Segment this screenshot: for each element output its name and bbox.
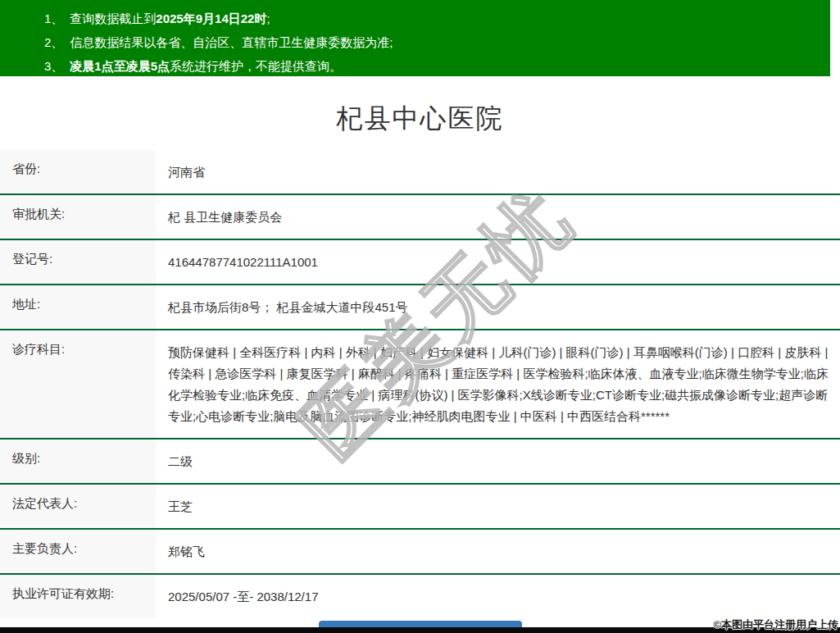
table-row-approval-authority: 审批机关: 杞 县卫生健康委员会 [0, 195, 840, 240]
table-row-province: 省份: 河南省 [0, 150, 840, 195]
row-value: 河南省 [156, 150, 840, 194]
page-title: 杞县中心医院 [0, 101, 840, 150]
notice-text-bold: 凌晨1点至凌晨5点 [70, 59, 170, 73]
row-label: 诊疗科目: [0, 330, 156, 438]
row-value: 郑铭飞 [156, 530, 840, 573]
notice-number: 1、 [44, 11, 63, 25]
notice-header: 1、查询数据截止到2025年9月14日22时; 2、信息数据结果以各省、自治区、… [0, 0, 830, 76]
notice-number: 2、 [44, 35, 63, 49]
row-label: 法定代表人: [0, 485, 156, 528]
notice-line-3: 3、凌晨1点至凌晨5点系统进行维护，不能提供查询。 [44, 54, 830, 78]
row-value: 王芝 [156, 485, 840, 528]
notice-text: 查询数据截止到 [70, 11, 156, 25]
row-label: 级别: [0, 439, 156, 483]
upload-credit-text: ©本图由平台注册用户上传 [713, 617, 838, 632]
table-row-address: 地址: 杞县市场后街8号； 杞县金城大道中段451号 [0, 285, 840, 330]
notice-text: 信息数据结果以各省、自治区、直辖市卫生健康委数据为准; [70, 35, 393, 49]
notice-text: 系统进行维护，不能提供查询。 [170, 59, 342, 73]
table-row-registration-number: 登记号: 41644787741022111A1001 [0, 240, 840, 285]
row-value: 二级 [156, 439, 840, 483]
row-label: 省份: [0, 150, 156, 194]
hospital-info-table: 省份: 河南省 审批机关: 杞 县卫生健康委员会 登记号: 4164478774… [0, 150, 840, 618]
row-value: 2025/05/07 -至- 2038/12/17 [156, 575, 840, 618]
table-row-medical-departments: 诊疗科目: 预防保健科 | 全科医疗科 | 内科 | 外科 | 妇产科 | 妇女… [0, 330, 840, 439]
notice-text: ; [266, 11, 270, 25]
table-row-license-validity: 执业许可证有效期: 2025/05/07 -至- 2038/12/17 [0, 575, 840, 618]
row-label: 地址: [0, 285, 156, 329]
table-row-level: 级别: 二级 [0, 439, 840, 485]
row-label: 登记号: [0, 240, 156, 284]
row-label: 主要负责人: [0, 530, 156, 573]
notice-line-2: 2、信息数据结果以各省、自治区、直辖市卫生健康委数据为准; [44, 30, 830, 54]
notice-line-1: 1、查询数据截止到2025年9月14日22时; [44, 7, 830, 30]
row-value: 杞县市场后街8号； 杞县金城大道中段451号 [156, 285, 840, 329]
table-row-person-in-charge: 主要负责人: 郑铭飞 [0, 530, 840, 575]
row-value: 预防保健科 | 全科医疗科 | 内科 | 外科 | 妇产科 | 妇女保健科 | … [156, 330, 840, 438]
row-label: 执业许可证有效期: [0, 575, 156, 618]
row-value: 杞 县卫生健康委员会 [156, 195, 840, 239]
notice-number: 3、 [44, 59, 63, 73]
row-value: 41644787741022111A1001 [156, 240, 840, 284]
notice-text-bold: 2025年9月14日22时 [156, 11, 266, 25]
row-label: 审批机关: [0, 195, 156, 239]
table-row-legal-representative: 法定代表人: 王芝 [0, 485, 840, 530]
